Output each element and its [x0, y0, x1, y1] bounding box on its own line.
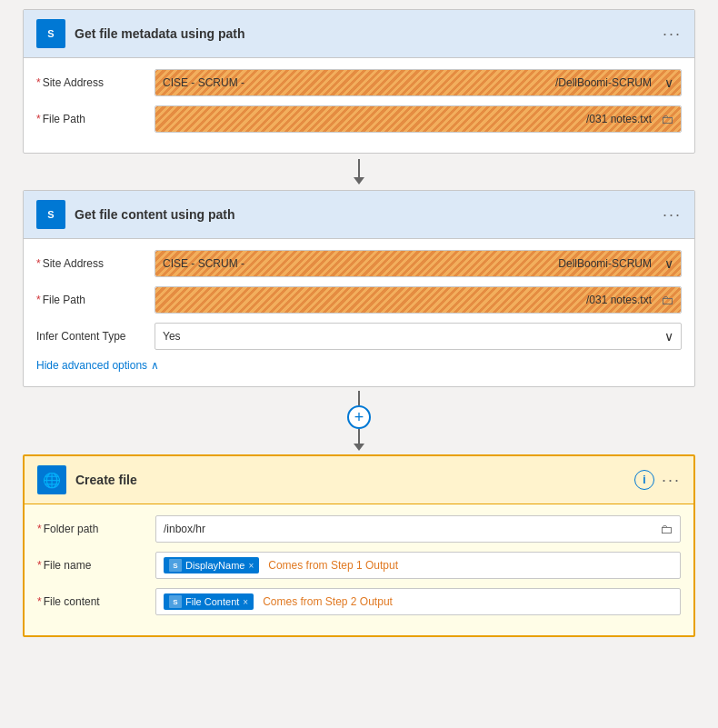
- hide-advanced-options-link[interactable]: Hide advanced options ∧: [36, 359, 682, 372]
- display-name-token-close[interactable]: ×: [248, 561, 254, 571]
- card2-body: *Site Address CISE - SCRUM - DellBoomi-S…: [24, 239, 694, 386]
- card1-site-address-row: *Site Address CISE - SCRUM - /DellBoomi-…: [36, 69, 682, 96]
- card1-file-path-row: *File Path /031 notes.txt 🗀: [36, 105, 682, 133]
- card2-site-dropdown-arrow[interactable]: ∨: [664, 256, 673, 271]
- card2-header: S Get file content using path ···: [24, 191, 694, 239]
- card1-site-dropdown-arrow[interactable]: ∨: [664, 75, 673, 90]
- card3-folder-path-field[interactable]: /inbox/hr 🗀: [155, 515, 681, 543]
- card1-file-folder-icon[interactable]: 🗀: [661, 112, 673, 126]
- card-create-file: 🌐 Create file i ··· *Folder path /inbox/…: [23, 454, 695, 637]
- card1-file-path-field[interactable]: /031 notes.txt 🗀: [155, 105, 682, 133]
- card1-site-required: *: [36, 76, 41, 89]
- card2-title: Get file content using path: [75, 207, 663, 222]
- card3-file-content-field[interactable]: S File Content × Comes from Step 2 Outpu…: [155, 588, 681, 615]
- sharepoint-icon-1: S: [47, 28, 54, 39]
- card3-header: 🌐 Create file i ···: [25, 456, 693, 504]
- card2-file-suffix: /031 notes.txt: [586, 294, 652, 306]
- connector-plus-line-top: [358, 391, 360, 405]
- card2-file-path-field[interactable]: /031 notes.txt 🗀: [155, 286, 682, 314]
- card1-file-suffix: /031 notes.txt: [586, 113, 652, 125]
- card3-body: *Folder path /inbox/hr 🗀 *File name S Di…: [25, 504, 693, 635]
- display-name-token-label: DisplayName: [185, 560, 244, 571]
- card3-folder-icon[interactable]: 🗀: [660, 522, 673, 536]
- card3-file-name-row: *File name S DisplayName × Comes from St…: [37, 552, 681, 579]
- card3-file-name-label: *File name: [37, 559, 155, 572]
- card1-icon: S: [36, 19, 65, 48]
- card1-body: *Site Address CISE - SCRUM - /DellBoomi-…: [24, 58, 694, 153]
- card1-file-path-label: *File Path: [36, 113, 155, 125]
- card2-site-address-field[interactable]: CISE - SCRUM - DellBoomi-SCRUM ∨: [155, 250, 682, 277]
- card2-file-path-row: *File Path /031 notes.txt 🗀: [36, 286, 682, 314]
- card3-content-required: *: [37, 595, 42, 608]
- file-content-token-close[interactable]: ×: [243, 597, 248, 607]
- card1-site-prefix: CISE - SCRUM -: [163, 76, 244, 89]
- card2-site-address-row: *Site Address CISE - SCRUM - DellBoomi-S…: [36, 250, 682, 277]
- file-content-token[interactable]: S File Content ×: [164, 593, 254, 610]
- card3-filename-required: *: [37, 559, 42, 572]
- card2-infer-value: Yes: [163, 330, 181, 343]
- file-content-token-label: File Content: [185, 596, 239, 607]
- card2-site-required: *: [36, 257, 41, 270]
- card2-site-address-label: *Site Address: [36, 257, 155, 270]
- card-get-file-content: S Get file content using path ··· *Site …: [23, 190, 695, 387]
- card3-menu-button[interactable]: ···: [662, 471, 681, 490]
- card1-site-address-label: *Site Address: [36, 76, 155, 89]
- card2-infer-field[interactable]: Yes ∨: [155, 323, 682, 350]
- card2-menu-button[interactable]: ···: [663, 205, 682, 224]
- chevron-up-icon: ∧: [151, 359, 159, 372]
- connector-plus-line-bottom: [358, 429, 360, 444]
- card3-folder-path-value: /inbox/hr: [164, 523, 653, 535]
- display-name-token[interactable]: S DisplayName ×: [164, 557, 259, 573]
- card3-file-name-comes-from: Comes from Step 1 Output: [268, 559, 398, 572]
- card2-file-required: *: [36, 294, 41, 306]
- card3-file-content-row: *File content S File Content × Comes fro…: [37, 588, 681, 615]
- card1-site-address-field[interactable]: CISE - SCRUM - /DellBoomi-SCRUM ∨: [155, 69, 682, 96]
- add-step-button[interactable]: +: [347, 405, 371, 429]
- card3-file-content-label: *File content: [37, 595, 155, 608]
- card3-icon: 🌐: [37, 465, 66, 494]
- hide-advanced-label: Hide advanced options: [36, 359, 147, 372]
- connector-plus: +: [347, 391, 371, 451]
- card1-menu-button[interactable]: ···: [663, 25, 682, 44]
- card3-folder-path-label: *Folder path: [37, 523, 155, 535]
- card2-icon: S: [36, 200, 65, 229]
- card3-file-content-comes-from: Comes from Step 2 Output: [263, 595, 393, 608]
- card2-file-path-label: *File Path: [36, 294, 155, 306]
- card2-file-folder-icon[interactable]: 🗀: [661, 293, 673, 307]
- connector-1-line: [358, 159, 360, 177]
- file-content-token-icon: S: [169, 595, 182, 608]
- card3-title: Create file: [75, 473, 634, 487]
- card-get-file-metadata: S Get file metadata using path ··· *Site…: [23, 9, 695, 154]
- card2-infer-row: Infer Content Type Yes ∨: [36, 323, 682, 350]
- card2-site-suffix: DellBoomi-SCRUM: [558, 257, 652, 270]
- card1-header: S Get file metadata using path ···: [24, 10, 694, 58]
- flow-container: S Get file metadata using path ··· *Site…: [18, 9, 700, 637]
- card3-file-name-field[interactable]: S DisplayName × Comes from Step 1 Output: [155, 552, 681, 579]
- card1-file-required: *: [36, 113, 41, 125]
- card2-infer-dropdown-arrow[interactable]: ∨: [664, 329, 673, 344]
- card3-folder-required: *: [37, 523, 42, 535]
- globe-icon: 🌐: [43, 472, 61, 489]
- card1-title: Get file metadata using path: [75, 26, 663, 41]
- connector-1: [354, 159, 364, 184]
- card2-infer-label: Infer Content Type: [36, 330, 155, 343]
- display-name-token-icon: S: [169, 559, 182, 572]
- connector-1-arrow: [354, 177, 364, 184]
- card3-folder-path-row: *Folder path /inbox/hr 🗀: [37, 515, 681, 543]
- connector-plus-arrow: [354, 444, 364, 451]
- card3-info-button[interactable]: i: [634, 470, 654, 490]
- card1-site-suffix: /DellBoomi-SCRUM: [555, 76, 652, 89]
- card2-site-prefix: CISE - SCRUM -: [163, 257, 244, 270]
- sharepoint-icon-2: S: [47, 209, 54, 220]
